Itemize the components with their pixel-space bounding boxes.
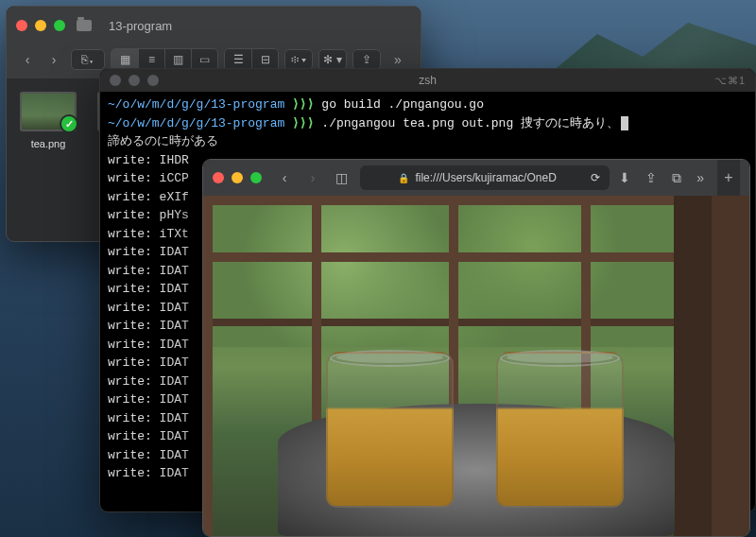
close-icon[interactable]	[16, 20, 27, 31]
path-button[interactable]: ⎘▾	[71, 49, 105, 70]
file-thumbnail-icon	[20, 92, 77, 131]
close-icon[interactable]	[110, 75, 121, 86]
forward-button[interactable]: ›	[303, 170, 322, 185]
list-view-button[interactable]: ≡	[138, 49, 164, 70]
minimize-icon[interactable]	[35, 20, 46, 31]
sort-button[interactable]: ⊟	[251, 49, 278, 70]
reload-button[interactable]: ⟳	[591, 171, 600, 184]
toolbar-overflow-button[interactable]: »	[696, 170, 704, 186]
image-preview	[203, 196, 749, 536]
minimize-icon[interactable]	[232, 172, 243, 183]
file-name-label: tea.png	[27, 137, 70, 150]
forward-button[interactable]: ›	[43, 49, 65, 70]
back-button[interactable]: ‹	[275, 170, 294, 185]
group-by-button[interactable]: ☰	[225, 49, 251, 70]
toolbar-overflow-button[interactable]: »	[387, 49, 409, 70]
safari-toolbar[interactable]: ‹ › ◫ 🔒 file:///Users/kujiramac/OneD ⟳ ⬇…	[203, 160, 749, 196]
terminal-shortcut-label: ⌥⌘1	[714, 75, 746, 87]
action-button[interactable]: ✻ ▾	[318, 49, 347, 70]
arrange-button[interactable]: ፨ ▾	[284, 49, 313, 70]
address-bar[interactable]: 🔒 file:///Users/kujiramac/OneD ⟳	[360, 165, 610, 190]
zoom-icon[interactable]	[54, 20, 65, 31]
safari-content[interactable]	[203, 196, 749, 536]
terminal-titlebar[interactable]: zsh ⌥⌘1	[100, 69, 755, 92]
new-tab-button[interactable]: +	[717, 160, 740, 196]
tabs-button[interactable]: ⧉	[672, 170, 681, 186]
minimize-icon[interactable]	[129, 75, 140, 86]
finder-window-title: 13-program	[109, 19, 172, 33]
back-button[interactable]: ‹	[16, 49, 39, 70]
share-button[interactable]: ⇪	[352, 49, 381, 70]
zoom-icon[interactable]	[147, 75, 159, 86]
terminal-title-label: zsh	[419, 74, 437, 87]
safari-window: ‹ › ◫ 🔒 file:///Users/kujiramac/OneD ⟳ ⬇…	[202, 159, 750, 537]
sidebar-button[interactable]: ◫	[332, 170, 351, 185]
finder-titlebar[interactable]: 13-program	[7, 7, 421, 44]
folder-icon	[77, 20, 92, 31]
lock-icon: 🔒	[398, 173, 409, 183]
icon-view-button[interactable]: ▦	[112, 49, 138, 70]
column-view-button[interactable]: ▥	[164, 49, 191, 70]
downloads-button[interactable]: ⬇	[619, 170, 630, 186]
gallery-view-button[interactable]: ▭	[191, 49, 217, 70]
share-button[interactable]: ⇪	[645, 170, 657, 186]
zoom-icon[interactable]	[250, 172, 262, 183]
close-icon[interactable]	[213, 172, 224, 183]
url-label: file:///Users/kujiramac/OneD	[415, 171, 556, 184]
file-item[interactable]: tea.png	[16, 88, 80, 154]
